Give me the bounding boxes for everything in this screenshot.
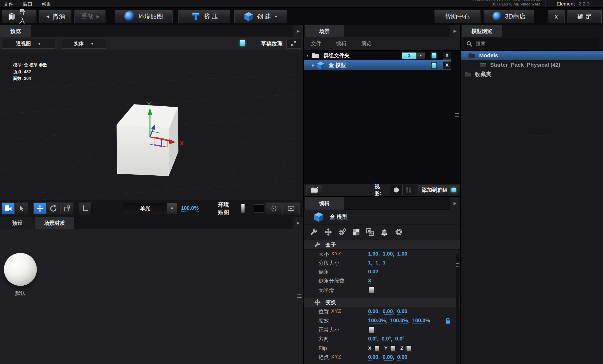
box-section-header[interactable]: 盒子 [304, 240, 460, 250]
favorites-folder-row[interactable]: 收藏夹 [461, 70, 603, 79]
lock-icon[interactable] [445, 317, 451, 324]
viewport-expand-button[interactable] [286, 39, 301, 49]
caret-down-icon[interactable]: ▼ [304, 54, 311, 57]
size-z-value[interactable]: 1.00 [397, 251, 407, 257]
bevel-segments-value[interactable]: 3 [368, 278, 371, 284]
segments-z-value[interactable]: 1 [383, 260, 386, 266]
env-map-swatch[interactable] [241, 204, 245, 213]
bevel-value[interactable]: 0.02 [368, 269, 378, 275]
edit-scrollbar[interactable] [456, 254, 459, 364]
orientation-y-value[interactable]: 0.0º [382, 336, 391, 342]
position-z-value[interactable]: 0.00 [397, 308, 407, 315]
draft-texture-checkbox[interactable] [239, 39, 246, 47]
caret-down-icon[interactable]: ▼ [461, 54, 468, 57]
group-delete-button[interactable]: X [443, 52, 451, 60]
focus-target-button[interactable] [265, 203, 282, 215]
add-folder-button[interactable] [307, 185, 322, 195]
tab-preview[interactable]: 预览 [0, 25, 31, 37]
menu-help[interactable]: 帮助 [42, 1, 51, 7]
view-mode-dropdown[interactable]: 透视图 ▼ [2, 39, 55, 49]
panel-resize-grip[interactable] [297, 294, 302, 298]
add-to-group-button[interactable]: 添加到群组 [419, 185, 460, 195]
scene-panel-expand-arrow[interactable]: ▶ [450, 25, 460, 37]
bevel-extrude-icon[interactable] [380, 228, 389, 236]
preview-panel-expand-arrow[interactable]: ▶ [293, 25, 303, 37]
ok-button[interactable]: 确 定 [567, 10, 601, 23]
divider-drag-handle[interactable] [531, 136, 548, 136]
models-folder-row[interactable]: ▼ Models [461, 51, 603, 60]
pack-folder-row[interactable]: Starter_Pack_Physical (42) [461, 60, 603, 70]
move-tool-button[interactable] [34, 203, 46, 215]
scale-x-value[interactable]: 100.0% [368, 317, 386, 324]
scrollbar-handle[interactable] [456, 263, 459, 267]
size-y-value[interactable]: 1.00 [383, 251, 393, 257]
background-color-swatch[interactable] [254, 204, 264, 213]
view-sphere-button[interactable] [390, 185, 402, 195]
panel-resize-grip[interactable] [455, 113, 459, 117]
scale-y-value[interactable]: 100.0% [390, 317, 408, 324]
transform-section-header[interactable]: 变换 [304, 298, 460, 307]
create-button[interactable]: 创 建 ▼ [235, 10, 287, 23]
tab-edit[interactable]: 编辑 [305, 197, 344, 210]
rotate-tool-button[interactable] [47, 203, 60, 215]
add-to-group-checkbox[interactable] [450, 187, 457, 193]
store-button[interactable]: 3D商店 [484, 10, 534, 23]
group-visibility-checkbox[interactable] [431, 52, 437, 59]
no-smooth-checkbox[interactable] [368, 286, 375, 294]
box-model-row[interactable]: ▶ 盒 模型 X [304, 60, 451, 70]
tab-scene[interactable]: 场景 [305, 25, 344, 37]
import-button[interactable]: 导入 [2, 10, 37, 23]
flip-x-checkbox[interactable] [374, 345, 380, 352]
normal-size-checkbox[interactable] [368, 326, 375, 334]
model-visibility-checkbox[interactable] [431, 62, 437, 69]
group-folder-row[interactable]: ▼ 群组文件夹 1 ▼ X [304, 51, 451, 60]
tab-model-browser[interactable]: 模型浏览 [462, 25, 502, 37]
undo-button[interactable]: ◀ 撤消 [40, 10, 72, 23]
edit-panel-expand-arrow[interactable]: ▶ [450, 197, 460, 210]
output-monitor-button[interactable] [283, 203, 299, 215]
tab-scene-materials[interactable]: 场景材质 [35, 217, 74, 229]
cancel-button[interactable]: x [548, 10, 564, 23]
camera-tool-button[interactable] [2, 203, 14, 215]
extrude-button[interactable]: 挤 压 [179, 10, 230, 23]
gear-settings-icon[interactable] [395, 228, 403, 236]
orientation-z-value[interactable]: 0.0º [395, 336, 404, 342]
flip-z-checkbox[interactable] [405, 345, 412, 352]
scale-tool-button[interactable] [61, 203, 73, 215]
anchor-z-value[interactable]: 0.00 [397, 354, 407, 361]
group-count-dropdown[interactable]: 1 ▼ [402, 52, 425, 59]
view-cubes-button[interactable] [403, 185, 415, 195]
scale-z-value[interactable]: 100.0% [412, 317, 430, 324]
segments-y-value[interactable]: 1 [375, 260, 378, 266]
anchor-y-value[interactable]: 0.00 [383, 354, 393, 361]
viewport-zoom-value[interactable]: 100.0% [181, 205, 199, 212]
material-checker-icon[interactable] [352, 228, 360, 236]
shading-mode-dropdown[interactable]: 实体 ▼ [62, 39, 106, 49]
scene-menu-preview[interactable]: 预览 [361, 40, 372, 47]
anchor-x-value[interactable]: 0.00 [368, 354, 378, 361]
wrench-tool-icon[interactable] [310, 228, 318, 236]
transform-tool-icon[interactable] [324, 228, 332, 236]
menu-file[interactable]: 文件 [4, 1, 14, 7]
tab-presets[interactable]: 预设 [0, 217, 35, 229]
caret-right-icon[interactable]: ▶ [310, 63, 317, 67]
scene-menu-edit[interactable]: 编辑 [336, 40, 346, 47]
scene-menu-file[interactable]: 文件 [311, 40, 321, 47]
position-y-value[interactable]: 0.00 [383, 308, 393, 315]
axis-mode-button[interactable] [79, 203, 91, 215]
orientation-x-value[interactable]: 0.0º [368, 336, 377, 342]
search-input[interactable] [464, 39, 600, 48]
flip-y-checkbox[interactable] [390, 345, 396, 352]
redo-button[interactable]: 重做 ▶ [75, 10, 106, 23]
select-tool-button[interactable] [15, 203, 28, 215]
material-preview-sphere[interactable] [4, 253, 37, 286]
light-mode-dropdown[interactable]: 单光 ▼ [123, 203, 177, 214]
duplicate-grid-icon[interactable] [366, 228, 374, 236]
settings-gears-icon[interactable] [338, 228, 346, 236]
size-x-value[interactable]: 1.00 [368, 251, 378, 257]
menu-window[interactable]: 窗口 [22, 1, 32, 7]
environment-map-button[interactable]: 环境贴图 [115, 10, 172, 23]
3d-viewport[interactable]: Y X 模型: 盒 模型.参数 顶点: 432 面数: 204 [0, 50, 303, 200]
help-center-button[interactable]: 帮助中心 [434, 10, 480, 23]
material-panel-expand-arrow[interactable]: ▶ [293, 217, 303, 229]
